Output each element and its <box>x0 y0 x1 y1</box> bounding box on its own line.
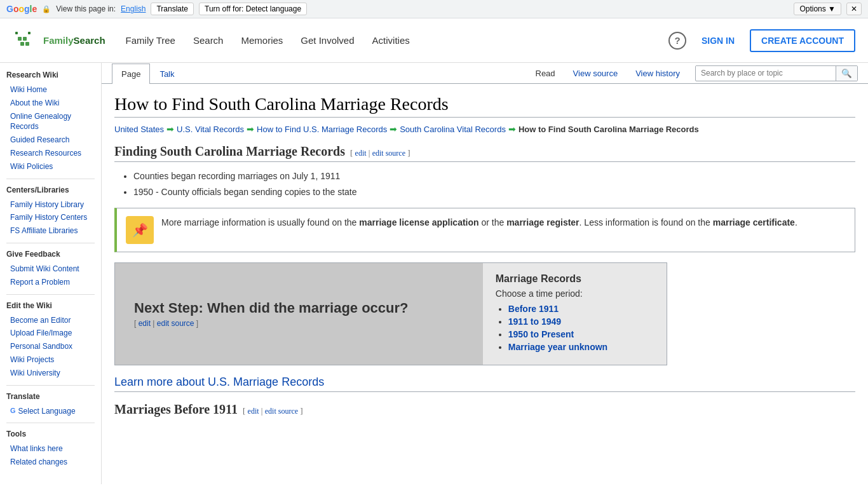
tip-box: 📌 More marriage information is usually f… <box>114 208 855 252</box>
content-wrapper: Research Wiki Wiki Home About the Wiki O… <box>0 63 868 484</box>
next-step-text: Next Step: When did the marriage occur? <box>134 300 464 316</box>
breadcrumb-link-vital[interactable]: U.S. Vital Records <box>177 125 244 134</box>
sidebar-divider-3 <box>6 294 95 295</box>
next-step-edit-link[interactable]: edit <box>139 319 151 328</box>
sidebar-section-research-wiki: Research Wiki <box>6 71 95 79</box>
sidebar-item-guided-research[interactable]: Guided Research <box>6 133 95 147</box>
sidebar-divider-5 <box>6 423 95 423</box>
sign-in-button[interactable]: SIGN IN <box>694 32 742 50</box>
sidebar-item-submit-wiki[interactable]: Submit Wiki Content <box>6 262 95 276</box>
article-title: How to Find South Carolina Marriage Reco… <box>114 94 855 118</box>
section-1-bullets: Counties began recording marriages on Ju… <box>114 170 855 199</box>
time-period-before-1911: Before 1911 <box>508 304 654 314</box>
search-icon: 🔍 <box>841 69 852 78</box>
sidebar-item-research-resources[interactable]: Research Resources <box>6 147 95 160</box>
translate-button[interactable]: Translate <box>151 3 194 15</box>
learn-more-divider <box>114 391 855 392</box>
view-page-text: View this page in: <box>56 4 116 13</box>
create-account-button[interactable]: CREATE ACCOUNT <box>750 29 855 52</box>
sidebar-item-personal-sandbox[interactable]: Personal Sandbox <box>6 340 95 353</box>
language-link[interactable]: English <box>121 4 146 13</box>
section-1-edit-link[interactable]: edit <box>355 149 367 158</box>
nav-search[interactable]: Search <box>186 30 231 51</box>
main-content: Page Talk Read View source View history … <box>102 63 868 484</box>
tip-icon: 📌 <box>126 216 154 244</box>
section-1-title: Finding South Carolina Marriage Records <box>114 144 345 159</box>
section-2-title: Marriages Before 1911 <box>114 402 238 417</box>
time-period-list: Before 1911 1911 to 1949 1950 to Present… <box>496 304 654 352</box>
action-view-history[interactable]: View history <box>627 64 689 83</box>
time-period-unknown: Marriage year unknown <box>508 342 654 352</box>
time-period-1911-1949: 1911 to 1949 <box>508 316 654 327</box>
lock-icon: 🔒 <box>42 5 51 13</box>
section-2-edit-links: [ edit | edit source ] <box>243 406 303 416</box>
nav-get-involved[interactable]: Get Involved <box>293 30 362 51</box>
tab-left: Page Talk <box>112 63 527 83</box>
sidebar-section-centers: Centers/Libraries <box>6 186 95 194</box>
options-button[interactable]: Options ▼ <box>794 3 841 15</box>
tab-page[interactable]: Page <box>112 64 150 84</box>
sidebar-item-become-editor[interactable]: Become an Editor <box>6 314 95 327</box>
help-button[interactable]: ? <box>668 32 686 50</box>
sidebar-item-about-wiki[interactable]: About the Wiki <box>6 97 95 110</box>
next-step-edit-source-link[interactable]: edit source <box>157 319 194 328</box>
sidebar-section-edit: Edit the Wiki <box>6 301 95 310</box>
breadcrumb-arrow-2: ➡ <box>247 124 254 134</box>
sidebar-item-wiki-policies[interactable]: Wiki Policies <box>6 160 95 173</box>
next-step-box-subtitle: Choose a time period: <box>496 288 654 299</box>
sidebar-item-wiki-home[interactable]: Wiki Home <box>6 83 95 97</box>
breadcrumb-link-sc-vital[interactable]: South Carolina Vital Records <box>400 125 506 134</box>
sidebar-section-tools: Tools <box>6 430 95 438</box>
wiki-search-box: 🔍 <box>695 65 858 81</box>
breadcrumb: United States ➡ U.S. Vital Records ➡ How… <box>114 124 855 134</box>
next-step-row: Next Step: When did the marriage occur? … <box>115 263 667 365</box>
breadcrumb-link-us[interactable]: United States <box>114 125 164 134</box>
sidebar-divider-4 <box>6 385 95 386</box>
wiki-search-button[interactable]: 🔍 <box>836 66 857 81</box>
page-tabs: Page Talk Read View source View history … <box>102 63 868 84</box>
sidebar-item-what-links-here[interactable]: What links here <box>6 442 95 456</box>
sidebar-item-family-history-library[interactable]: Family History Library <box>6 198 95 212</box>
time-period-link-1911-1949[interactable]: 1911 to 1949 <box>508 316 561 327</box>
breadcrumb-link-us-marriage[interactable]: How to Find U.S. Marriage Records <box>257 125 387 134</box>
sidebar-item-select-language[interactable]: G Select Language <box>6 405 95 418</box>
action-view-source[interactable]: View source <box>564 64 627 83</box>
sidebar-section-feedback: Give Feedback <box>6 250 95 259</box>
sidebar-item-online-genealogy[interactable]: Online Genealogy Records <box>6 110 95 134</box>
svg-rect-2 <box>23 37 27 41</box>
turn-off-button[interactable]: Turn off for: Detect language <box>199 3 307 15</box>
sidebar-item-wiki-projects[interactable]: Wiki Projects <box>6 353 95 367</box>
section-2-edit-source-link[interactable]: edit source <box>265 407 298 416</box>
breadcrumb-current: How to Find South Carolina Marriage Reco… <box>519 125 699 134</box>
sidebar-item-report-problem[interactable]: Report a Problem <box>6 276 95 289</box>
time-period-link-unknown[interactable]: Marriage year unknown <box>508 342 607 352</box>
sidebar-item-fs-affiliate[interactable]: FS Affiliate Libraries <box>6 224 95 238</box>
nav-memories[interactable]: Memories <box>233 30 290 51</box>
section-2-header: Marriages Before 1911 [ edit | edit sour… <box>114 402 855 417</box>
sidebar-item-upload-file[interactable]: Upload File/Image <box>6 327 95 340</box>
time-period-link-before-1911[interactable]: Before 1911 <box>508 304 559 314</box>
next-step-edit-links: [ edit | edit source ] <box>134 319 464 328</box>
translate-bar: Google 🔒 View this page in: English Tran… <box>0 0 868 18</box>
bullet-1: Counties began recording marriages on Ju… <box>133 170 855 183</box>
bullet-2: 1950 - County officials began sending co… <box>133 186 855 199</box>
sidebar-item-wiki-university[interactable]: Wiki University <box>6 367 95 380</box>
nav-family-tree[interactable]: Family Tree <box>118 30 183 51</box>
tab-talk[interactable]: Talk <box>150 64 184 84</box>
logo-link[interactable]: FamilySearch <box>13 28 105 53</box>
action-read[interactable]: Read <box>527 64 564 83</box>
sidebar-item-related-changes[interactable]: Related changes <box>6 456 95 469</box>
section-1-edit-links: [ edit | edit source ] <box>350 148 410 158</box>
next-step-table: Next Step: When did the marriage occur? … <box>114 262 667 365</box>
sidebar-item-family-history-centers[interactable]: Family History Centers <box>6 211 95 224</box>
tip-text: More marriage information is usually fou… <box>161 216 797 229</box>
learn-more-link[interactable]: Learn more about U.S. Marriage Records <box>114 376 855 389</box>
time-period-link-1950-present[interactable]: 1950 to Present <box>508 329 574 339</box>
logo-text: FamilySearch <box>43 35 105 46</box>
section-1-edit-source-link[interactable]: edit source <box>372 149 405 158</box>
section-2-edit-link[interactable]: edit <box>248 407 259 416</box>
close-translate-button[interactable]: ✕ <box>846 3 862 15</box>
nav-activities[interactable]: Activities <box>365 30 417 51</box>
svg-rect-6 <box>28 32 31 34</box>
wiki-search-input[interactable] <box>696 66 836 80</box>
